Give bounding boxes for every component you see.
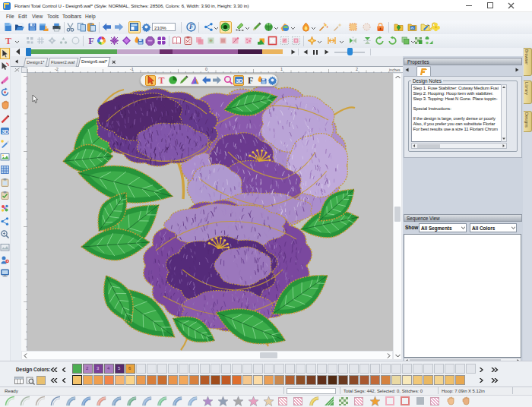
svg-text:3D: 3D <box>236 77 243 84</box>
svg-text:F: F <box>248 75 253 85</box>
svg-text:T: T <box>159 75 165 85</box>
